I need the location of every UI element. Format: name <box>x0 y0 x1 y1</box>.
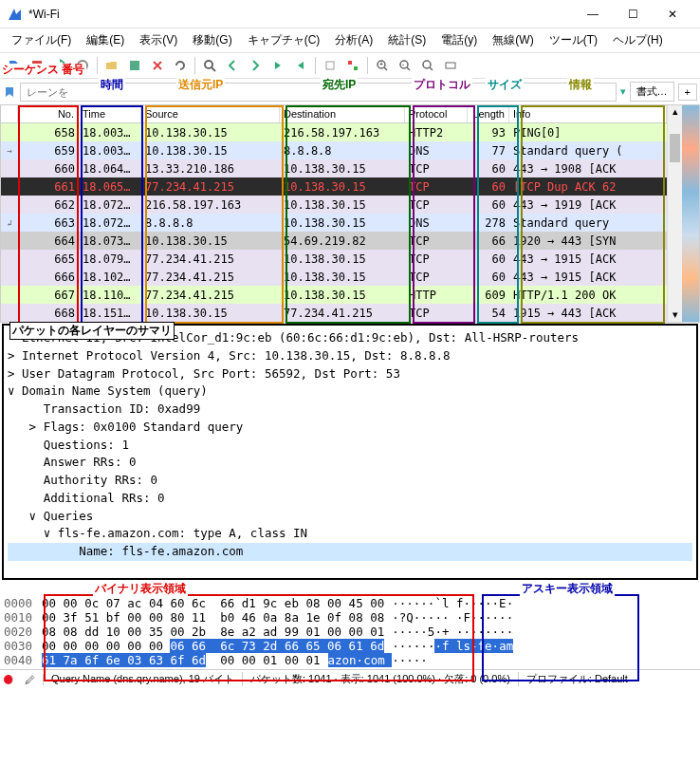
detail-line[interactable]: > Internet Protocol Version 4, Src: 10.1… <box>8 347 692 365</box>
menu-edit[interactable]: 編集(E) <box>81 30 130 50</box>
toolbar-stop-icon[interactable] <box>27 55 47 76</box>
packet-row[interactable]: 66818.151…10.138.30.1577.234.41.215TCP54… <box>1 304 667 322</box>
hex-row[interactable]: 002008 08 dd 10 00 35 00 2b 8e a2 ad 99 … <box>4 625 696 639</box>
detail-line[interactable]: > User Datagram Protocol, Src Port: 5659… <box>8 365 692 383</box>
packet-row[interactable]: 66018.064…13.33.210.18610.138.30.15TCP60… <box>1 159 667 177</box>
toolbar-autoscroll-icon[interactable] <box>320 55 341 76</box>
menu-tools[interactable]: ツール(T) <box>543 30 603 50</box>
svg-rect-5 <box>326 62 334 69</box>
col-length[interactable]: Length <box>468 105 509 122</box>
menubar: ファイル(F) 編集(E) 表示(V) 移動(G) キャプチャ(C) 分析(A)… <box>0 28 700 52</box>
menu-help[interactable]: ヘルプ(H) <box>607 30 669 50</box>
bookmark-icon[interactable] <box>3 85 16 99</box>
detail-line[interactable]: ∨ fls-fe.amazon.com: type A, class IN <box>8 525 692 543</box>
hex-row[interactable]: 000000 00 0c 07 ac 04 60 6c 66 d1 9c eb … <box>4 596 696 610</box>
toolbar-back-icon[interactable] <box>222 55 243 76</box>
packet-row[interactable]: 66718.110…77.234.41.21510.138.30.15HTTP6… <box>1 286 667 304</box>
detail-line[interactable]: ∨ Domain Name System (query) <box>8 382 692 401</box>
detail-line[interactable]: Transaction ID: 0xad99 <box>8 401 692 419</box>
toolbar-save-icon[interactable] <box>124 55 145 76</box>
toolbar-restart-icon[interactable] <box>49 55 70 76</box>
maximize-button[interactable]: ☐ <box>613 1 653 28</box>
packet-list-body[interactable]: 65818.003…10.138.30.15216.58.197.163HTTP… <box>1 123 667 322</box>
toolbar-resize-icon[interactable] <box>440 55 461 76</box>
display-filter-input[interactable] <box>20 83 617 102</box>
detail-line[interactable]: Ethernet II, Src: IntelCor_d1:9c:eb (60:… <box>8 329 692 347</box>
col-protocol[interactable]: Protocol <box>405 105 468 122</box>
detail-line[interactable]: Authority RRs: 0 <box>8 472 692 490</box>
col-info[interactable]: Info <box>509 105 667 122</box>
toolbar-zoomout-icon[interactable]: - <box>395 55 415 76</box>
packet-list: No. Time Source Destination Protocol Len… <box>0 104 700 323</box>
hex-row[interactable]: 003000 00 00 00 00 00 06 66 6c 73 2d 66 … <box>4 639 696 653</box>
svg-text:+: + <box>379 61 383 67</box>
add-filter-button[interactable]: + <box>678 84 697 101</box>
col-time[interactable]: Time <box>79 105 141 122</box>
packet-row[interactable]: 66518.079…77.234.41.21510.138.30.15TCP60… <box>1 250 667 268</box>
packet-bytes[interactable]: 000000 00 0c 07 ac 04 60 6c 66 d1 9c eb … <box>0 594 700 669</box>
menu-wireless[interactable]: 無線(W) <box>487 30 539 50</box>
expression-button[interactable]: 書式… <box>630 82 674 102</box>
close-button[interactable]: ✕ <box>653 1 692 28</box>
col-destination[interactable]: Destination <box>280 105 405 122</box>
packet-row[interactable]: 65818.003…10.138.30.15216.58.197.163HTTP… <box>1 123 667 141</box>
status-packets: パケット数: 1041 · 表示: 1041 (100.0%) · 欠落: 0 … <box>250 672 519 686</box>
toolbar-open-icon[interactable] <box>101 55 122 76</box>
packet-row[interactable]: →65918.003…10.138.30.158.8.8.8DNS77Stand… <box>1 141 667 159</box>
toolbar-jump-icon[interactable] <box>267 55 288 76</box>
menu-analyze[interactable]: 分析(A) <box>329 30 378 50</box>
minimize-button[interactable]: — <box>573 1 613 28</box>
packet-row[interactable]: 66618.102…77.234.41.21510.138.30.15TCP60… <box>1 268 667 286</box>
toolbar-options-icon[interactable] <box>72 55 93 76</box>
detail-line[interactable]: Additional RRs: 0 <box>8 490 692 508</box>
toolbar-colorize-icon[interactable] <box>342 55 363 76</box>
svg-rect-7 <box>354 66 358 70</box>
toolbar-zoom100-icon[interactable] <box>417 55 438 76</box>
toolbar-fwd-icon[interactable] <box>245 55 266 76</box>
status-field: Query Name (dns.qry.name), 19 バイト <box>51 672 243 686</box>
packet-row[interactable]: 66218.072…216.58.197.16310.138.30.15TCP6… <box>1 196 667 214</box>
packet-row[interactable]: 66418.073…10.138.30.1554.69.219.82TCP661… <box>1 232 667 250</box>
packet-row[interactable]: ↲66318.072…8.8.8.810.138.30.15DNS278Stan… <box>1 214 667 232</box>
app-icon <box>8 7 23 22</box>
filter-bar: シーケンス 番号 時間 送信元IP 宛先IP プロトコル サイズ 情報 ▾ 書式… <box>0 79 700 104</box>
toolbar-start-icon[interactable] <box>4 55 25 76</box>
svg-point-3 <box>205 61 212 68</box>
menu-stats[interactable]: 統計(S) <box>382 30 432 50</box>
menu-view[interactable]: 表示(V) <box>134 30 183 50</box>
capture-stop-icon[interactable]: 🖉 <box>25 674 44 685</box>
svg-rect-6 <box>348 61 352 65</box>
toolbar-last-icon[interactable] <box>290 55 311 76</box>
window-title: *Wi-Fi <box>28 8 573 21</box>
detail-line[interactable]: Questions: 1 <box>8 437 692 455</box>
col-no[interactable]: No. <box>18 105 79 122</box>
hex-row[interactable]: 004061 7a 6f 6e 03 63 6f 6d 00 00 01 00 … <box>4 653 696 667</box>
svg-rect-2 <box>130 61 139 70</box>
status-profile[interactable]: プロファイル: Default <box>526 672 636 686</box>
detail-line[interactable]: Answer RRs: 0 <box>8 454 692 472</box>
menu-telephony[interactable]: 電話(y) <box>435 30 483 50</box>
svg-rect-16 <box>446 63 455 68</box>
menu-go[interactable]: 移動(G) <box>187 30 237 50</box>
toolbar-find-icon[interactable] <box>199 55 220 76</box>
detail-line-selected[interactable]: Name: fls-fe.amazon.com <box>8 543 692 561</box>
toolbar-zoomin-icon[interactable]: + <box>372 55 393 76</box>
detail-line[interactable]: > Flags: 0x0100 Standard query <box>8 419 692 437</box>
svg-point-14 <box>423 61 431 68</box>
detail-line[interactable]: ∨ Queries <box>8 508 692 526</box>
toolbar-close-icon[interactable] <box>147 55 168 76</box>
toolbar-reload-icon[interactable] <box>170 55 191 76</box>
filter-dropdown-icon[interactable]: ▾ <box>620 85 626 98</box>
expert-info-icon[interactable] <box>4 675 13 684</box>
minimap[interactable] <box>682 105 699 322</box>
packet-details[interactable]: Ethernet II, Src: IntelCor_d1:9c:eb (60:… <box>2 324 698 580</box>
packet-list-scrollbar[interactable]: ▴ ▾ <box>667 105 682 322</box>
hex-row[interactable]: 001000 3f 51 bf 00 00 80 11 b0 46 0a 8a … <box>4 610 696 625</box>
titlebar: *Wi-Fi — ☐ ✕ <box>0 0 700 28</box>
svg-line-9 <box>384 67 387 70</box>
menu-capture[interactable]: キャプチャ(C) <box>242 30 326 50</box>
svg-line-4 <box>212 67 215 71</box>
menu-file[interactable]: ファイル(F) <box>6 30 77 50</box>
packet-row[interactable]: 66118.065…77.234.41.21510.138.30.15TCP60… <box>1 177 667 196</box>
col-source[interactable]: Source <box>141 105 280 122</box>
